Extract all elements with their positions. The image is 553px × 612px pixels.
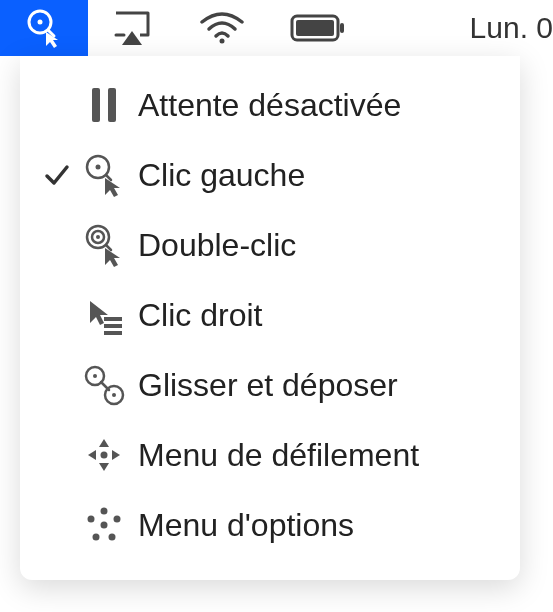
svg-rect-16 [104, 317, 122, 321]
menubar-date[interactable]: Lun. 0 [448, 0, 553, 56]
svg-rect-8 [108, 88, 116, 122]
checkmark-icon [43, 161, 71, 189]
svg-point-23 [112, 393, 116, 397]
svg-rect-18 [104, 331, 122, 335]
svg-point-3 [220, 39, 225, 44]
menu-item-label: Clic droit [132, 297, 502, 334]
svg-point-27 [88, 516, 95, 523]
options-menu-icon [82, 503, 126, 547]
battery-menubar-item[interactable] [268, 0, 368, 56]
menu-item-label: Menu de défilement [132, 437, 502, 474]
right-click-icon [82, 293, 126, 337]
svg-rect-17 [104, 324, 122, 328]
menu-item-double-click[interactable]: Double-clic [20, 210, 520, 280]
menu-item-scroll-menu[interactable]: Menu de défilement [20, 420, 520, 490]
menu-item-label: Clic gauche [132, 157, 502, 194]
svg-rect-6 [340, 23, 344, 33]
svg-point-1 [38, 20, 43, 25]
menu-item-label: Glisser et déposer [132, 367, 502, 404]
svg-rect-7 [92, 88, 100, 122]
menu-item-label: Menu d'options [132, 507, 502, 544]
airplay-icon [110, 9, 154, 47]
left-click-icon [82, 153, 126, 197]
svg-point-20 [93, 374, 97, 378]
drag-drop-icon [82, 363, 126, 407]
menu-item-dwell-off[interactable]: Attente désactivée [20, 70, 520, 140]
svg-point-10 [96, 165, 101, 170]
pause-icon [87, 84, 121, 126]
menubar: Lun. 0 [0, 0, 553, 56]
svg-point-30 [114, 516, 121, 523]
menu-item-options-menu[interactable]: Menu d'options [20, 490, 520, 560]
svg-rect-5 [296, 20, 334, 36]
svg-point-28 [93, 534, 100, 541]
menu-item-label: Attente désactivée [132, 87, 502, 124]
menu-item-drag-drop[interactable]: Glisser et déposer [20, 350, 520, 420]
svg-point-24 [101, 452, 108, 459]
svg-point-14 [96, 235, 100, 239]
menu-item-left-click[interactable]: Clic gauche [20, 140, 520, 210]
dwell-control-menu: Attente désactivée Clic gauche [20, 56, 520, 580]
wifi-icon [198, 10, 246, 46]
scroll-menu-icon [82, 433, 126, 477]
menu-item-right-click[interactable]: Clic droit [20, 280, 520, 350]
wifi-menubar-item[interactable] [176, 0, 268, 56]
svg-point-29 [109, 534, 116, 541]
dwell-cursor-icon [22, 8, 66, 48]
dwell-control-menubar-item[interactable] [0, 0, 88, 56]
svg-point-26 [101, 508, 108, 515]
airplay-menubar-item[interactable] [88, 0, 176, 56]
svg-point-25 [101, 522, 108, 529]
menu-item-label: Double-clic [132, 227, 502, 264]
double-click-icon [82, 223, 126, 267]
battery-icon [290, 14, 346, 42]
